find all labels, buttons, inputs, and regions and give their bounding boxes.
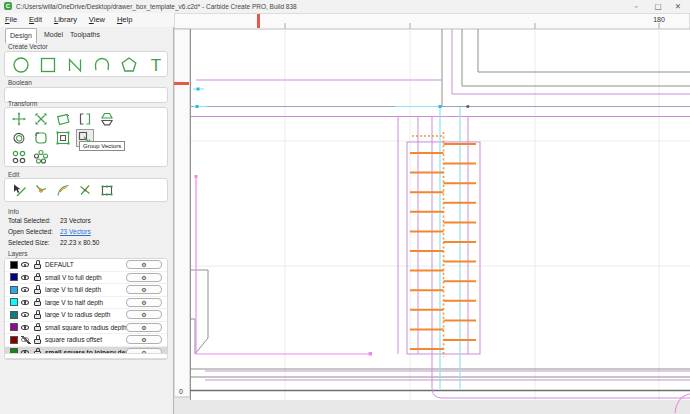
polyline-tool-icon[interactable]	[65, 55, 85, 75]
open-vectors-link[interactable]: 23 Vectors	[60, 228, 91, 235]
layer-gear-button[interactable]: ⚙	[126, 298, 162, 307]
layer-row-large-v-half[interactable]: large V to half depth⚙	[5, 297, 167, 310]
lock-icon[interactable]	[34, 260, 42, 269]
gear-icon: ⚙	[141, 261, 146, 268]
node-edit-icon[interactable]	[11, 182, 27, 198]
eye-off-icon[interactable]	[21, 336, 31, 344]
resize-icon[interactable]	[99, 182, 115, 198]
layer-gear-button[interactable]: ⚙	[126, 260, 162, 269]
lock-icon[interactable]	[34, 323, 42, 332]
lock-icon[interactable]	[34, 298, 42, 307]
layer-color-swatch[interactable]	[10, 323, 18, 331]
tab-model[interactable]: Model	[40, 28, 67, 42]
layer-color-swatch[interactable]	[10, 273, 18, 281]
canvas-area[interactable]: 180 0	[174, 13, 690, 414]
circular-array-icon[interactable]	[33, 149, 49, 165]
gear-icon: ⚙	[141, 286, 146, 293]
info-open-label: Open Selected:	[8, 228, 60, 235]
design-canvas-svg[interactable]: 180 0	[174, 13, 690, 414]
gear-icon: ⚙	[141, 336, 146, 343]
layers-label: Layers	[8, 250, 28, 257]
layer-gear-button[interactable]: ⚙	[126, 310, 162, 319]
create-vector-label: Create Vector	[8, 43, 48, 50]
menu-help[interactable]: Help	[112, 13, 137, 26]
circle-tool-icon[interactable]	[11, 55, 31, 75]
svg-text:T: T	[151, 56, 161, 75]
layer-color-swatch[interactable]	[10, 298, 18, 306]
offset-icon[interactable]	[11, 130, 27, 146]
layer-row-default[interactable]: DEFAULT⚙	[5, 259, 167, 272]
linear-array-icon[interactable]	[11, 149, 27, 165]
group-vectors-icon[interactable]	[55, 130, 71, 146]
menu-edit[interactable]: Edit	[24, 13, 47, 26]
layers-list: DEFAULT⚙ small V to full depth⚙ large V …	[4, 258, 168, 360]
layer-color-swatch[interactable]	[10, 261, 18, 269]
layer-row-small-square-radius[interactable]: small square to radius depth⚙	[5, 322, 167, 335]
lock-icon[interactable]	[34, 335, 42, 344]
eye-icon[interactable]	[21, 286, 31, 294]
text-tool-icon[interactable]: T	[146, 55, 166, 75]
eye-icon[interactable]	[21, 273, 31, 281]
tab-design[interactable]: Design	[5, 28, 37, 43]
window-title: C:/Users/willa/OneDrive/Desktop/drawer_b…	[16, 3, 297, 10]
gear-icon: ⚙	[141, 311, 146, 318]
rotate-icon[interactable]	[55, 111, 71, 127]
menu-library[interactable]: Library	[49, 13, 82, 26]
info-label: Info	[8, 208, 19, 215]
minimize-button[interactable]: –	[626, 0, 646, 13]
layer-row-large-v-full[interactable]: large V to full depth⚙	[5, 284, 167, 297]
curve-tool-icon[interactable]	[92, 55, 112, 75]
maximize-button[interactable]: □	[648, 0, 668, 13]
info-selected-size: Selected Size:22.23 x 80.50	[8, 239, 99, 248]
layer-row-square-radius-offset[interactable]: square radius offset⚙	[5, 334, 167, 347]
layer-row-small-v-full[interactable]: small V to full depth⚙	[5, 272, 167, 285]
info-total-selected: Total Selected:23 Vectors	[8, 217, 91, 226]
layer-color-swatch[interactable]	[10, 286, 18, 294]
layer-gear-button[interactable]: ⚙	[126, 285, 162, 294]
eye-icon[interactable]	[21, 311, 31, 319]
layer-gear-button[interactable]: ⚙	[126, 273, 162, 282]
layers-footer-bar	[4, 353, 168, 359]
move-icon[interactable]	[11, 111, 27, 127]
layer-gear-button[interactable]: ⚙	[126, 323, 162, 332]
app-icon: C	[4, 2, 12, 10]
lock-icon[interactable]	[34, 310, 42, 319]
fillet-icon[interactable]	[55, 182, 71, 198]
trim-icon[interactable]	[33, 182, 49, 198]
close-button[interactable]: ✕	[668, 0, 688, 13]
gear-icon: ⚙	[141, 324, 146, 331]
info-open-selected: Open Selected:23 Vectors	[8, 228, 91, 237]
boolean-label: Boolean	[8, 79, 32, 86]
eye-icon[interactable]	[21, 323, 31, 331]
lock-icon[interactable]	[34, 285, 42, 294]
lock-icon[interactable]	[34, 273, 42, 282]
flip-icon[interactable]	[99, 111, 115, 127]
transform-box	[4, 107, 168, 167]
group-vectors-tooltip: Group Vectors	[79, 141, 125, 151]
info-total-value: 23 Vectors	[60, 217, 91, 224]
edit-label: Edit	[8, 171, 19, 178]
menu-view[interactable]: View	[84, 13, 110, 26]
gear-icon: ⚙	[141, 299, 146, 306]
layer-color-swatch[interactable]	[10, 336, 18, 344]
scale-icon[interactable]	[33, 111, 49, 127]
menu-file[interactable]: File	[0, 13, 22, 26]
tab-toolpaths[interactable]: Toolpaths	[66, 28, 104, 42]
layer-row-large-v-radius[interactable]: large V to radius depth⚙	[5, 309, 167, 322]
polygon-tool-icon[interactable]	[119, 55, 139, 75]
info-total-label: Total Selected:	[8, 217, 60, 224]
layer-gear-button[interactable]: ⚙	[126, 335, 162, 344]
design-panel: Design Model Toolpaths Create Vector T B…	[0, 27, 174, 414]
eye-icon[interactable]	[21, 298, 31, 306]
info-size-value: 22.23 x 80.50	[60, 239, 99, 246]
edit-box	[4, 178, 168, 202]
ruler-label-180: 180	[653, 16, 665, 23]
break-icon[interactable]	[77, 182, 93, 198]
info-size-label: Selected Size:	[8, 239, 60, 246]
layer-color-swatch[interactable]	[10, 311, 18, 319]
mirror-icon[interactable]	[77, 111, 93, 127]
rectangle-tool-icon[interactable]	[38, 55, 58, 75]
eye-icon[interactable]	[21, 261, 31, 269]
round-corner-icon[interactable]	[33, 130, 49, 146]
transform-label: Transform	[8, 100, 37, 107]
